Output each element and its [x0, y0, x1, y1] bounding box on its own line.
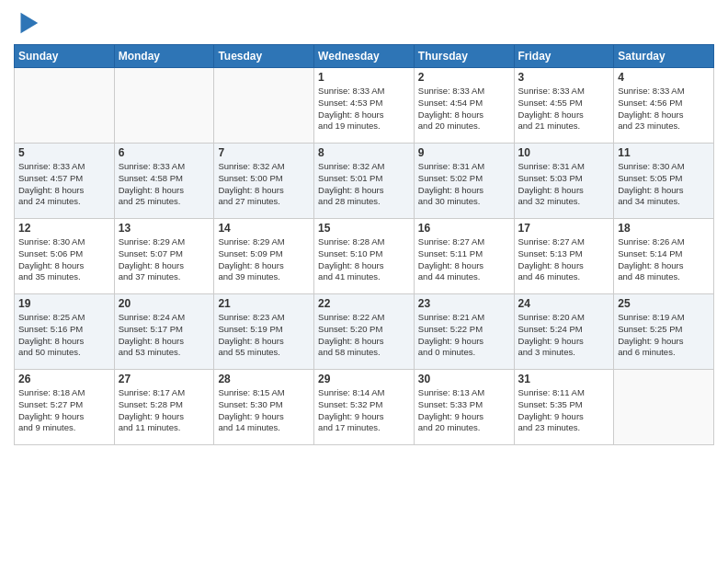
day-number: 28 [218, 373, 310, 385]
calendar-cell [114, 68, 214, 144]
day-info: Sunrise: 8:33 AM Sunset: 4:55 PM Dayligh… [518, 86, 610, 132]
day-number: 3 [518, 71, 610, 84]
day-info: Sunrise: 8:29 AM Sunset: 5:09 PM Dayligh… [218, 236, 310, 283]
day-number: 15 [318, 222, 410, 235]
day-info: Sunrise: 8:30 AM Sunset: 5:05 PM Dayligh… [618, 161, 710, 208]
svg-marker-0 [21, 13, 39, 34]
day-info: Sunrise: 8:26 AM Sunset: 5:14 PM Dayligh… [618, 236, 710, 283]
calendar-cell: 2Sunrise: 8:33 AM Sunset: 4:54 PM Daylig… [414, 68, 514, 144]
day-info: Sunrise: 8:33 AM Sunset: 4:54 PM Dayligh… [418, 86, 510, 132]
calendar-cell: 20Sunrise: 8:24 AM Sunset: 5:17 PM Dayli… [114, 294, 214, 370]
week-row-5: 26Sunrise: 8:18 AM Sunset: 5:27 PM Dayli… [15, 370, 714, 445]
weekday-header-monday: Monday [114, 45, 214, 68]
calendar-cell: 9Sunrise: 8:31 AM Sunset: 5:02 PM Daylig… [414, 144, 514, 219]
calendar-cell: 29Sunrise: 8:14 AM Sunset: 5:32 PM Dayli… [314, 370, 415, 445]
calendar-cell: 26Sunrise: 8:18 AM Sunset: 5:27 PM Dayli… [15, 370, 115, 445]
day-number: 25 [618, 297, 710, 310]
day-info: Sunrise: 8:25 AM Sunset: 5:16 PM Dayligh… [18, 312, 110, 359]
day-info: Sunrise: 8:33 AM Sunset: 4:56 PM Dayligh… [618, 86, 710, 132]
weekday-header-tuesday: Tuesday [214, 45, 314, 68]
day-number: 8 [318, 146, 410, 159]
day-number: 11 [618, 146, 710, 159]
day-info: Sunrise: 8:30 AM Sunset: 5:06 PM Dayligh… [18, 236, 110, 283]
week-row-3: 12Sunrise: 8:30 AM Sunset: 5:06 PM Dayli… [15, 219, 714, 294]
day-info: Sunrise: 8:23 AM Sunset: 5:19 PM Dayligh… [218, 312, 310, 359]
day-info: Sunrise: 8:22 AM Sunset: 5:20 PM Dayligh… [318, 312, 410, 359]
calendar-cell: 22Sunrise: 8:22 AM Sunset: 5:20 PM Dayli… [314, 294, 415, 370]
day-info: Sunrise: 8:13 AM Sunset: 5:33 PM Dayligh… [418, 387, 510, 434]
calendar-cell: 31Sunrise: 8:11 AM Sunset: 5:35 PM Dayli… [514, 370, 614, 445]
header [14, 9, 714, 37]
page: SundayMondayTuesdayWednesdayThursdayFrid… [0, 0, 728, 563]
weekday-header-row: SundayMondayTuesdayWednesdayThursdayFrid… [15, 45, 714, 68]
calendar-cell: 10Sunrise: 8:31 AM Sunset: 5:03 PM Dayli… [514, 144, 614, 219]
day-info: Sunrise: 8:33 AM Sunset: 4:58 PM Dayligh… [119, 161, 210, 208]
logo [14, 9, 45, 37]
week-row-4: 19Sunrise: 8:25 AM Sunset: 5:16 PM Dayli… [15, 294, 714, 370]
day-number: 16 [418, 222, 510, 235]
calendar-cell: 12Sunrise: 8:30 AM Sunset: 5:06 PM Dayli… [15, 219, 115, 294]
day-number: 24 [518, 297, 610, 310]
calendar-cell: 4Sunrise: 8:33 AM Sunset: 4:56 PM Daylig… [614, 68, 714, 144]
weekday-header-friday: Friday [514, 45, 614, 68]
day-info: Sunrise: 8:27 AM Sunset: 5:13 PM Dayligh… [518, 236, 610, 283]
day-number: 2 [418, 71, 510, 84]
calendar-cell: 3Sunrise: 8:33 AM Sunset: 4:55 PM Daylig… [514, 68, 614, 144]
calendar-cell: 6Sunrise: 8:33 AM Sunset: 4:58 PM Daylig… [114, 144, 214, 219]
day-number: 22 [318, 297, 410, 310]
calendar-cell: 18Sunrise: 8:26 AM Sunset: 5:14 PM Dayli… [614, 219, 714, 294]
day-number: 5 [18, 146, 110, 159]
calendar-cell: 14Sunrise: 8:29 AM Sunset: 5:09 PM Dayli… [214, 219, 314, 294]
day-info: Sunrise: 8:32 AM Sunset: 5:00 PM Dayligh… [218, 161, 310, 208]
day-number: 27 [119, 373, 210, 385]
calendar-cell: 15Sunrise: 8:28 AM Sunset: 5:10 PM Dayli… [314, 219, 415, 294]
day-info: Sunrise: 8:24 AM Sunset: 5:17 PM Dayligh… [119, 312, 210, 359]
day-number: 29 [318, 373, 410, 385]
day-info: Sunrise: 8:28 AM Sunset: 5:10 PM Dayligh… [318, 236, 410, 283]
day-number: 31 [518, 373, 610, 385]
calendar-cell: 16Sunrise: 8:27 AM Sunset: 5:11 PM Dayli… [414, 219, 514, 294]
day-info: Sunrise: 8:11 AM Sunset: 5:35 PM Dayligh… [518, 387, 610, 434]
week-row-2: 5Sunrise: 8:33 AM Sunset: 4:57 PM Daylig… [15, 144, 714, 219]
calendar-cell: 30Sunrise: 8:13 AM Sunset: 5:33 PM Dayli… [414, 370, 514, 445]
calendar-cell: 13Sunrise: 8:29 AM Sunset: 5:07 PM Dayli… [114, 219, 214, 294]
day-number: 19 [18, 297, 110, 310]
day-info: Sunrise: 8:18 AM Sunset: 5:27 PM Dayligh… [18, 387, 110, 434]
day-number: 13 [119, 222, 210, 235]
day-info: Sunrise: 8:33 AM Sunset: 4:57 PM Dayligh… [18, 161, 110, 208]
day-info: Sunrise: 8:14 AM Sunset: 5:32 PM Dayligh… [318, 387, 410, 434]
day-number: 4 [618, 71, 710, 84]
calendar-table: SundayMondayTuesdayWednesdayThursdayFrid… [14, 44, 714, 445]
day-info: Sunrise: 8:31 AM Sunset: 5:03 PM Dayligh… [518, 161, 610, 208]
weekday-header-sunday: Sunday [15, 45, 115, 68]
calendar-cell: 1Sunrise: 8:33 AM Sunset: 4:53 PM Daylig… [314, 68, 415, 144]
calendar-cell: 17Sunrise: 8:27 AM Sunset: 5:13 PM Dayli… [514, 219, 614, 294]
calendar-cell: 19Sunrise: 8:25 AM Sunset: 5:16 PM Dayli… [15, 294, 115, 370]
day-info: Sunrise: 8:29 AM Sunset: 5:07 PM Dayligh… [119, 236, 210, 283]
day-number: 21 [218, 297, 310, 310]
day-number: 18 [618, 222, 710, 235]
day-info: Sunrise: 8:27 AM Sunset: 5:11 PM Dayligh… [418, 236, 510, 283]
logo-icon [14, 9, 41, 37]
day-info: Sunrise: 8:20 AM Sunset: 5:24 PM Dayligh… [518, 312, 610, 359]
day-number: 30 [418, 373, 510, 385]
day-info: Sunrise: 8:31 AM Sunset: 5:02 PM Dayligh… [418, 161, 510, 208]
calendar-cell: 11Sunrise: 8:30 AM Sunset: 5:05 PM Dayli… [614, 144, 714, 219]
calendar-cell: 7Sunrise: 8:32 AM Sunset: 5:00 PM Daylig… [214, 144, 314, 219]
day-number: 9 [418, 146, 510, 159]
calendar-cell: 21Sunrise: 8:23 AM Sunset: 5:19 PM Dayli… [214, 294, 314, 370]
calendar-cell: 25Sunrise: 8:19 AM Sunset: 5:25 PM Dayli… [614, 294, 714, 370]
day-info: Sunrise: 8:15 AM Sunset: 5:30 PM Dayligh… [218, 387, 310, 434]
calendar-cell: 27Sunrise: 8:17 AM Sunset: 5:28 PM Dayli… [114, 370, 214, 445]
calendar-cell [214, 68, 314, 144]
day-info: Sunrise: 8:32 AM Sunset: 5:01 PM Dayligh… [318, 161, 410, 208]
day-number: 14 [218, 222, 310, 235]
day-number: 7 [218, 146, 310, 159]
day-info: Sunrise: 8:21 AM Sunset: 5:22 PM Dayligh… [418, 312, 510, 359]
calendar-cell: 23Sunrise: 8:21 AM Sunset: 5:22 PM Dayli… [414, 294, 514, 370]
calendar-cell [614, 370, 714, 445]
day-number: 20 [119, 297, 210, 310]
calendar-cell [15, 68, 115, 144]
day-number: 23 [418, 297, 510, 310]
day-number: 17 [518, 222, 610, 235]
